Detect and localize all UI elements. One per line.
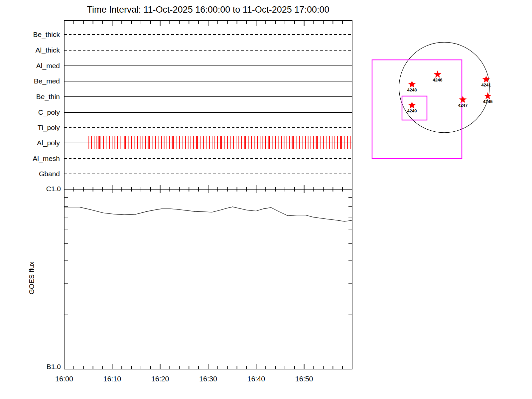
time-label-16:50: 16:50 — [289, 375, 319, 383]
xrt-goes-monitor-plot: Time Interval: 11-Oct-2025 16:00:00 to 1… — [0, 0, 532, 399]
active-region-label-4248: 4248 — [403, 87, 421, 92]
filter-label-Be_thick: Be_thick — [9, 30, 60, 39]
filter-label-Al_poly: Al_poly — [9, 139, 60, 147]
solar-disk-panel — [372, 42, 491, 159]
filter-label-Ti_poly: Ti_poly — [9, 123, 60, 132]
page-title: Time Interval: 11-Oct-2025 16:00:00 to 1… — [64, 5, 352, 15]
time-label-16:40: 16:40 — [241, 375, 271, 383]
filter-label-Be_thin: Be_thin — [9, 92, 60, 101]
filter-label-Be_med: Be_med — [9, 77, 60, 85]
filter-label-Al_thick: Al_thick — [9, 46, 60, 55]
active-region-star-4241 — [482, 75, 490, 83]
filter-timeline-panel — [64, 21, 352, 193]
active-region-label-4246: 4246 — [428, 77, 447, 82]
time-label-16:20: 16:20 — [145, 375, 175, 383]
fov-box-inner — [402, 96, 427, 120]
active-region-label-4241: 4241 — [477, 82, 495, 87]
filter-label-Gband: Gband — [9, 170, 60, 178]
goes-ymax-label: C1.0 — [34, 185, 61, 193]
exposure-ticks — [89, 136, 351, 149]
time-label-16:00: 16:00 — [49, 375, 79, 383]
filter-label-Al_med: Al_med — [9, 62, 60, 70]
active-region-star-4248 — [408, 80, 416, 88]
time-label-16:30: 16:30 — [193, 375, 223, 383]
active-region-star-4246 — [434, 70, 442, 78]
timeline-time-ticks — [74, 21, 342, 26]
active-region-label-4249: 4249 — [403, 108, 421, 113]
timeline-panel-border — [64, 21, 352, 189]
active-region-label-4245: 4245 — [478, 99, 497, 104]
active-region-star-4249 — [408, 101, 416, 109]
goes-flux-curve — [64, 207, 352, 221]
goes-yaxis-title: GOES flux — [28, 251, 35, 305]
active-region-star-4247 — [459, 96, 467, 103]
filter-label-Al_mesh: Al_mesh — [9, 154, 60, 163]
active-region-label-4247: 4247 — [454, 103, 472, 108]
time-label-16:10: 16:10 — [97, 375, 127, 383]
active-region-star-4245 — [484, 92, 492, 99]
plot-canvas — [0, 0, 532, 399]
goes-flux-panel — [64, 189, 352, 369]
filter-lines — [64, 35, 352, 174]
filter-label-C_poly: C_poly — [9, 108, 60, 117]
goes-ymin-label: B1.0 — [34, 363, 61, 371]
